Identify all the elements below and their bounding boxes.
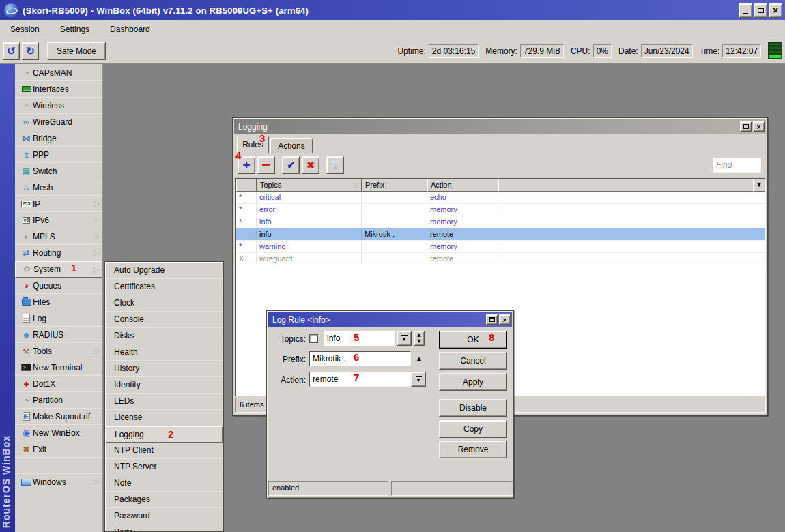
disable-rule-button[interactable]: ✖ (302, 156, 319, 174)
bridge-icon: ⋈ (20, 134, 33, 143)
topics-spinner[interactable]: ▲▼ (414, 331, 425, 346)
sidebar-item-exit[interactable]: ✖Exit (15, 441, 102, 458)
dialog-maximize-button[interactable] (486, 314, 498, 325)
tab-actions[interactable]: Actions (270, 138, 313, 153)
table-row[interactable]: * info memory (236, 216, 765, 228)
submenu-item-ntp-server[interactable]: NTP Server (106, 459, 223, 475)
ok-button[interactable]: OK (439, 331, 507, 349)
submenu-item-health[interactable]: Health (106, 344, 223, 361)
minimize-button[interactable] (739, 3, 752, 18)
topics-dropdown-button[interactable]: ▼ (397, 331, 412, 346)
tools-icon: ⚒ (20, 346, 33, 356)
table-row[interactable]: * error memory (236, 204, 765, 216)
submenu-item-certificates[interactable]: Certificates (106, 279, 223, 295)
close-button[interactable]: × (769, 3, 782, 18)
spin-down-icon: ▼ (416, 338, 423, 344)
annotation-4: 4 (235, 149, 241, 161)
logging-title-bar[interactable]: Logging × (234, 119, 766, 134)
table-row-selected[interactable]: info Mikrotik . remote (236, 228, 765, 241)
menu-settings[interactable]: Settings (50, 20, 100, 38)
winbox-app: (Skori-RB5009) - WinBox (64bit) v7.11.2 … (0, 0, 785, 532)
copy-button[interactable]: Copy (439, 420, 507, 438)
ppp-icon: ± (20, 150, 33, 160)
logging-toolbar: + ✔ ✖ (234, 153, 767, 177)
sidebar-item-wireguard[interactable]: ∞WireGuard (15, 114, 102, 130)
submenu-item-leds[interactable]: LEDs (106, 394, 223, 410)
sidebar-item-queues[interactable]: ◕Queues (15, 278, 102, 294)
sidebar-item-ppp[interactable]: ±PPP (15, 147, 102, 163)
topics-field[interactable] (324, 331, 395, 346)
column-action[interactable]: Action (427, 179, 498, 192)
sidebar-item-system[interactable]: ⚙System▷ (15, 261, 102, 278)
sidebar-item-radius[interactable]: ☻RADIUS (15, 327, 102, 343)
column-prefix[interactable]: Prefix (362, 179, 427, 192)
menu-dashboard[interactable]: Dashboard (100, 20, 160, 38)
submenu-item-identity[interactable]: Identity (106, 377, 223, 394)
filter-funnel-icon (330, 161, 341, 170)
sidebar-item-log[interactable]: Log (15, 310, 102, 327)
submenu-item-note[interactable]: Note (106, 475, 223, 492)
submenu-item-disks[interactable]: Disks (106, 328, 223, 344)
sidebar-item-switch[interactable]: ▦Switch (15, 163, 102, 179)
sidebar-item-make-supout[interactable]: ▶Make Supout.rif (15, 409, 102, 425)
sidebar-item-dot1x[interactable]: +Dot1X (15, 376, 102, 392)
sidebar-item-new-winbox[interactable]: ◉New WinBox (15, 425, 102, 441)
submenu-item-clock[interactable]: Clock (106, 295, 223, 312)
submenu-item-logging[interactable]: Logging (106, 426, 223, 443)
action-field[interactable] (309, 372, 411, 387)
submenu-item-ports[interactable]: Ports (106, 524, 223, 532)
safe-mode-button[interactable]: Safe Mode (47, 42, 106, 60)
undo-button[interactable]: ↺ (3, 42, 20, 60)
sidebar-item-files[interactable]: Files (15, 294, 102, 310)
column-topics[interactable]: Topics△ (257, 179, 362, 192)
sidebar-item-windows[interactable]: Windows▷ (15, 474, 102, 490)
remove-button[interactable]: Remove (439, 441, 507, 458)
maximize-button[interactable] (754, 3, 767, 18)
submenu-item-console[interactable]: Console (106, 312, 223, 328)
logging-close-button[interactable]: × (753, 121, 765, 132)
menu-session[interactable]: Session (0, 20, 50, 38)
redo-button[interactable]: ↻ (22, 42, 39, 60)
sidebar-item-routing[interactable]: ⇄Routing▷ (15, 245, 102, 261)
dropdown-icon: ▼ (416, 376, 422, 383)
disable-button[interactable]: Disable (439, 399, 507, 417)
sidebar-item-ip[interactable]: 255IP▷ (15, 196, 102, 212)
column-select-button[interactable]: ▼ (753, 179, 765, 192)
submenu-item-license[interactable]: License (106, 410, 223, 426)
partition-icon: ◔ (20, 396, 33, 405)
apply-button[interactable]: Apply (439, 373, 507, 391)
sidebar-item-bridge[interactable]: ⋈Bridge (15, 130, 102, 147)
action-dropdown-button[interactable]: ▼ (411, 372, 426, 387)
submenu-item-ntp-client[interactable]: NTP Client (106, 443, 223, 459)
remove-rule-button[interactable] (257, 156, 275, 174)
dialog-title-bar[interactable]: Log Rule <info> × (268, 312, 512, 327)
enable-rule-button[interactable]: ✔ (282, 156, 300, 174)
filter-button[interactable] (326, 156, 344, 174)
sidebar-item-capsman[interactable]: ◔CAPsMAN (15, 65, 102, 81)
prefix-up-arrow-icon[interactable]: ▲ (416, 355, 423, 362)
sidebar-item-tools[interactable]: ⚒Tools▷ (15, 343, 102, 359)
logging-maximize-button[interactable] (740, 121, 752, 132)
cancel-button[interactable]: Cancel (439, 352, 507, 370)
table-row-disabled[interactable]: X wireguard remote (236, 253, 765, 265)
prefix-field[interactable] (309, 351, 411, 366)
table-row[interactable]: * warning memory (236, 241, 765, 253)
submenu-item-auto-upgrade[interactable]: Auto Upgrade (106, 263, 223, 279)
topics-checkbox[interactable] (309, 334, 318, 343)
title-bar: (Skori-RB5009) - WinBox (64bit) v7.11.2 … (0, 0, 785, 20)
submenu-item-password[interactable]: Password (106, 508, 223, 524)
submenu-item-packages[interactable]: Packages (106, 492, 223, 508)
sidebar-separator (15, 458, 102, 474)
sidebar-item-partition[interactable]: ◔Partition (15, 392, 102, 409)
sidebar-item-interfaces[interactable]: Interfaces (15, 81, 102, 98)
sidebar-item-mesh[interactable]: ∴Mesh (15, 179, 102, 196)
dialog-close-button[interactable]: × (499, 314, 511, 325)
sidebar-item-ipv6[interactable]: v6IPv6▷ (15, 212, 102, 228)
sidebar-item-mpls[interactable]: ◐MPLS▷ (15, 228, 102, 245)
table-row[interactable]: * critical echo (236, 192, 765, 204)
find-input[interactable] (713, 158, 761, 173)
sidebar-item-new-terminal[interactable]: >_New Terminal (15, 359, 102, 376)
column-flag[interactable] (236, 179, 257, 192)
submenu-item-history[interactable]: History (106, 361, 223, 377)
sidebar-item-wireless[interactable]: ◔Wireless (15, 98, 102, 114)
